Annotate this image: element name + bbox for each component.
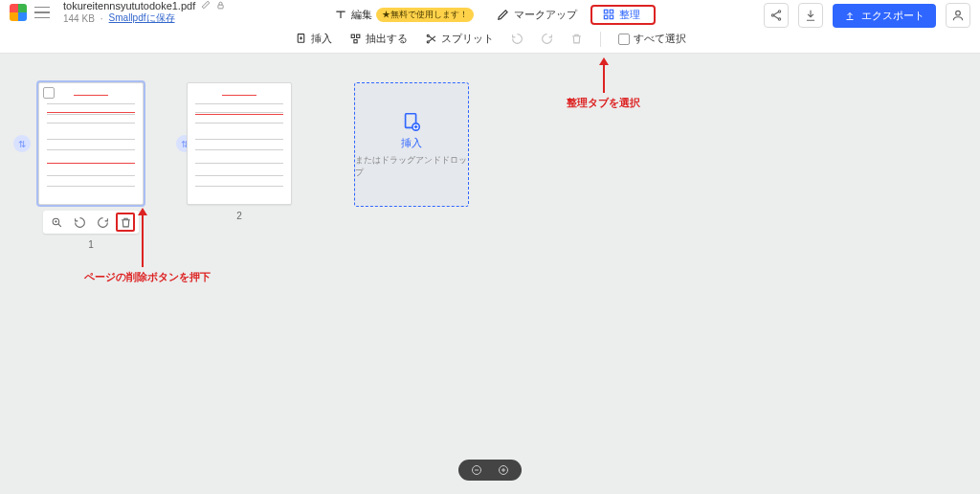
file-title-block: tokureitennsyututodoke1.pdf 144 KB · Sma… bbox=[63, 0, 225, 25]
select-all-checkbox[interactable] bbox=[618, 34, 630, 45]
zoom-control[interactable] bbox=[458, 460, 522, 481]
delete-page-button[interactable] bbox=[116, 213, 135, 232]
page-thumbnail[interactable] bbox=[187, 82, 292, 205]
tool-select-all[interactable]: すべて選択 bbox=[618, 32, 686, 46]
share-button[interactable] bbox=[764, 3, 789, 28]
svg-rect-2 bbox=[610, 10, 613, 13]
annotation-arrowhead bbox=[138, 208, 147, 215]
svg-rect-4 bbox=[610, 15, 613, 19]
rotate-left-icon[interactable] bbox=[70, 213, 89, 232]
tab-markup[interactable]: マークアップ bbox=[487, 6, 587, 24]
page-card-2[interactable]: 2 bbox=[187, 82, 292, 221]
insert-dropzone[interactable]: 挿入 またはドラッグアンドドロップ bbox=[354, 82, 469, 207]
dropzone-subtitle: またはドラッグアンドドロップ bbox=[355, 154, 468, 179]
tab-organize[interactable]: 整理 bbox=[590, 5, 656, 25]
svg-rect-10 bbox=[351, 34, 354, 37]
zoom-page-icon[interactable] bbox=[47, 213, 66, 232]
svg-rect-11 bbox=[356, 34, 359, 37]
menu-icon[interactable] bbox=[34, 5, 50, 20]
free-badge: ★無料で使用します！ bbox=[376, 8, 474, 22]
save-to-smallpdf-link[interactable]: Smallpdfに保存 bbox=[109, 11, 175, 25]
svg-point-5 bbox=[778, 11, 780, 12]
tab-edit-label: 編集 bbox=[351, 8, 372, 22]
lock-icon bbox=[216, 0, 225, 11]
file-name: tokureitennsyututodoke1.pdf bbox=[63, 0, 195, 11]
annotation-delete: ページの削除ボタンを押下 bbox=[84, 270, 211, 284]
export-label: エクスポート bbox=[861, 9, 924, 23]
sort-handle[interactable]: ⇅ bbox=[13, 135, 31, 152]
page-number: 2 bbox=[236, 211, 242, 221]
tab-edit[interactable]: 編集 ★無料で使用します！ bbox=[324, 6, 483, 24]
page-toolbar bbox=[43, 211, 139, 234]
page-number: 1 bbox=[88, 239, 94, 250]
svg-point-8 bbox=[956, 11, 961, 15]
annotation-arrowhead bbox=[599, 57, 609, 65]
pen-icon bbox=[497, 8, 510, 21]
tab-organize-label: 整理 bbox=[619, 8, 640, 22]
svg-rect-12 bbox=[353, 40, 356, 43]
rotate-right-icon[interactable] bbox=[93, 213, 112, 232]
svg-point-7 bbox=[778, 18, 780, 20]
tool-delete bbox=[570, 33, 583, 45]
app-logo bbox=[10, 4, 27, 21]
svg-point-6 bbox=[771, 14, 773, 16]
svg-rect-3 bbox=[604, 15, 608, 19]
page-card-1[interactable]: 1 bbox=[38, 82, 144, 250]
grid-icon bbox=[602, 8, 615, 21]
dropzone-title: 挿入 bbox=[401, 136, 422, 150]
account-button[interactable] bbox=[946, 3, 970, 28]
tool-extract[interactable]: 抽出する bbox=[349, 32, 408, 46]
export-button[interactable]: エクスポート bbox=[833, 4, 936, 28]
svg-point-14 bbox=[427, 41, 429, 43]
tool-insert[interactable]: 挿入 bbox=[295, 32, 332, 46]
zoom-out-button[interactable] bbox=[470, 463, 483, 477]
organize-toolbar: 挿入 抽出する スプリット すべて選択 bbox=[0, 25, 980, 54]
download-button[interactable] bbox=[798, 3, 823, 28]
svg-rect-1 bbox=[604, 10, 608, 13]
tab-markup-label: マークアップ bbox=[514, 8, 577, 22]
edit-name-icon[interactable] bbox=[201, 0, 211, 11]
annotation-arrow bbox=[142, 210, 144, 267]
svg-point-13 bbox=[427, 34, 429, 36]
annotation-organize: 整理タブを選択 bbox=[567, 96, 640, 110]
insert-page-icon bbox=[401, 111, 422, 132]
tool-rotate-left bbox=[511, 33, 523, 45]
svg-rect-0 bbox=[218, 5, 223, 9]
file-size: 144 KB bbox=[63, 13, 95, 24]
tool-rotate-right bbox=[541, 33, 553, 45]
tool-split[interactable]: スプリット bbox=[425, 32, 494, 46]
text-icon bbox=[334, 8, 347, 21]
zoom-in-button[interactable] bbox=[497, 463, 510, 477]
upload-icon bbox=[844, 10, 856, 21]
page-thumbnail[interactable] bbox=[38, 82, 144, 205]
